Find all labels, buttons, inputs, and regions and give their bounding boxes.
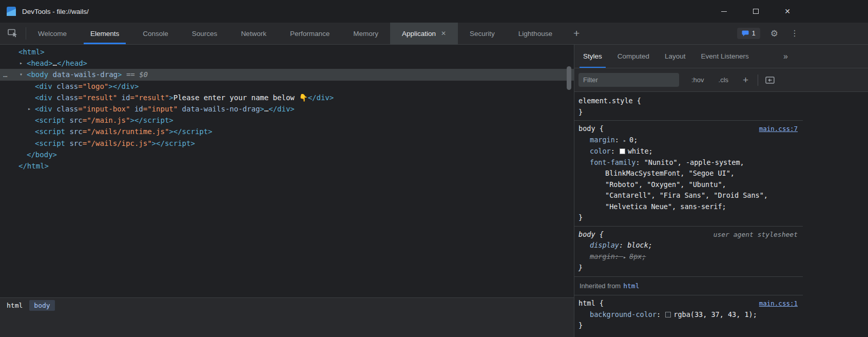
dom-tree-row[interactable]: <script src="/wails/ipc.js"></script> — [0, 138, 574, 149]
property-colon: : — [635, 158, 644, 166]
attribute-name-token: data-wails-drag — [48, 70, 118, 79]
new-style-rule-button[interactable]: + — [743, 74, 748, 86]
styles-filter-input[interactable] — [578, 73, 679, 87]
tab-welcome[interactable]: Welcome — [26, 23, 79, 44]
css-property-value: 0 — [629, 136, 633, 144]
node-more-icon[interactable]: … — [3, 69, 8, 80]
main-tabs: WelcomeElementsConsoleSourcesNetworkPerf… — [26, 23, 564, 44]
dom-tree-row[interactable]: <div class="result" id="result">Please e… — [0, 92, 574, 103]
dom-tree-row[interactable]: <div class="logo"></div> — [0, 81, 574, 92]
text-token: Please enter your name below 👇 — [173, 93, 308, 102]
css-declaration[interactable]: background-color: rgba(33, 37, 43, 1); — [578, 309, 774, 321]
breadcrumb-item-body[interactable]: body — [29, 300, 54, 311]
tag-token: <script — [35, 139, 65, 147]
tab-elements[interactable]: Elements — [79, 23, 131, 44]
stylesheet-link[interactable]: main.css:1 — [759, 298, 798, 309]
expand-shorthand-icon[interactable]: ▸ — [623, 254, 629, 260]
attribute-name-token: src — [65, 116, 83, 124]
tag-token: </head> — [57, 59, 87, 67]
attribute-value-token: ="logo" — [78, 82, 108, 90]
settings-button[interactable]: ⚙ — [770, 29, 778, 38]
tab-lighthouse[interactable]: Lighthouse — [507, 23, 564, 44]
toggle-sidebar-button[interactable] — [765, 77, 775, 84]
close-brace: } — [578, 212, 798, 223]
dom-tree-row[interactable]: <html> — [0, 46, 574, 58]
overflow-tabs-button[interactable]: » — [783, 45, 788, 68]
open-brace: { — [595, 124, 604, 133]
dom-tree: <html>▸<head>…</head>…▾<body data-wails-… — [0, 45, 574, 172]
tag-token: </div> — [268, 105, 295, 113]
toggle-element-state-button[interactable]: :hov — [691, 76, 704, 84]
attribute-name-token: class — [52, 105, 79, 113]
sidebar-tab-event-listeners[interactable]: Event Listeners — [693, 45, 757, 68]
dom-tree-row[interactable]: …▾<body data-wails-drag> == $0 — [0, 69, 574, 80]
dom-tree-row[interactable]: <script src="/main.js"></script> — [0, 115, 574, 126]
attribute-name-token: class — [52, 82, 79, 90]
maximize-button[interactable] — [740, 0, 771, 23]
collapsed-arrow-icon[interactable]: ▸ — [28, 103, 31, 115]
tab-memory[interactable]: Memory — [341, 23, 390, 44]
css-property-name: font-family — [590, 158, 635, 166]
css-selector[interactable]: body — [578, 124, 595, 133]
tag-token: ></script> — [169, 127, 212, 136]
minimize-button[interactable] — [708, 0, 740, 23]
tab-security[interactable]: Security — [458, 23, 507, 44]
tab-performance[interactable]: Performance — [278, 23, 341, 44]
sidebar-tab-styles[interactable]: Styles — [575, 45, 610, 68]
inspect-button[interactable] — [0, 23, 26, 44]
dom-tree-row[interactable]: ▸<div class="input-box" id="input" data-… — [0, 103, 574, 115]
property-semicolon: ; — [649, 147, 653, 155]
css-property-name: margin — [590, 136, 615, 144]
color-swatch[interactable] — [620, 148, 625, 154]
css-declaration[interactable]: margin: ▸ 0; — [578, 135, 774, 146]
stylesheet-link[interactable]: main.css:7 — [759, 123, 798, 135]
open-brace: { — [595, 299, 604, 307]
tab-sources[interactable]: Sources — [180, 23, 229, 44]
css-rule-header: main.css:1html { — [578, 298, 798, 309]
expanded-arrow-icon[interactable]: ▾ — [20, 69, 23, 80]
tabbar-right-cluster: 1 ⚙ ⋮ — [737, 23, 801, 44]
css-property-value: rgba(33, 37, 43, 1) — [673, 310, 753, 319]
tab-label: Application — [402, 30, 436, 38]
css-declaration[interactable]: font-family: "Nunito", -apple-system, Bl… — [578, 157, 774, 213]
elements-panel: <html>▸<head>…</head>…▾<body data-wails-… — [0, 45, 574, 337]
css-rule: element.style {} — [574, 93, 803, 121]
tab-application[interactable]: Application✕ — [390, 23, 458, 44]
attribute-value-token: ="input-box" — [78, 105, 130, 113]
dom-tree-row[interactable]: ▸<head>…</head> — [0, 58, 574, 69]
css-declaration[interactable]: margin: ▸ 8px; — [578, 251, 774, 263]
tag-token: > — [169, 93, 173, 102]
collapsed-arrow-icon[interactable]: ▸ — [20, 58, 23, 69]
expand-shorthand-icon[interactable]: ▸ — [623, 138, 629, 143]
main-menu-button[interactable]: ⋮ — [788, 29, 801, 38]
tab-console[interactable]: Console — [131, 23, 180, 44]
sidebar-tab-computed[interactable]: Computed — [610, 45, 657, 68]
tab-network[interactable]: Network — [229, 23, 278, 44]
more-tabs-button[interactable]: + — [564, 23, 589, 44]
close-tab-icon[interactable]: ✕ — [441, 30, 446, 36]
attribute-value-token: ="/main.js" — [83, 116, 130, 124]
close-button[interactable]: ✕ — [771, 0, 803, 23]
tab-label: Security — [470, 30, 495, 38]
breadcrumb-item-html[interactable]: html — [2, 300, 27, 311]
tag-token: > — [260, 105, 264, 113]
tab-label: Welcome — [38, 30, 67, 38]
css-selector[interactable]: body — [578, 230, 595, 238]
property-semicolon: ; — [642, 252, 646, 260]
color-swatch[interactable] — [665, 312, 671, 317]
css-selector[interactable]: element.style — [578, 97, 633, 105]
element-classes-button[interactable]: .cls — [719, 76, 729, 84]
property-colon: : — [611, 147, 619, 155]
elements-scrollbar[interactable] — [567, 66, 571, 90]
dom-tree-row[interactable]: <script src="/wails/runtime.js"></script… — [0, 126, 574, 137]
issues-button[interactable]: 1 — [737, 28, 760, 39]
dom-tree-row[interactable]: </html> — [0, 160, 574, 172]
dom-tree-row[interactable]: </body> — [0, 149, 574, 160]
tag-token: <div — [35, 105, 52, 113]
property-semicolon: ; — [722, 202, 726, 211]
sidebar-tab-layout[interactable]: Layout — [657, 45, 693, 68]
css-declaration[interactable]: display: block; — [578, 240, 774, 251]
css-declaration[interactable]: color: white; — [578, 146, 774, 157]
css-selector[interactable]: html — [578, 299, 595, 307]
inherited-node-link[interactable]: html — [623, 282, 639, 290]
